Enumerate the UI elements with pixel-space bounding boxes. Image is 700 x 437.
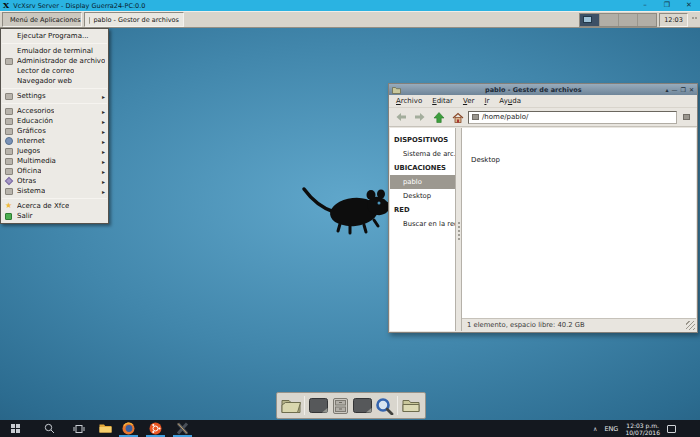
close-icon[interactable]: ✕ — [689, 84, 694, 95]
menu-item-graficos[interactable]: Gráficos▸ — [1, 126, 108, 136]
applications-menu: Ejecutar Programa... Emulador de termina… — [0, 28, 109, 224]
menu-item-ejecutar-programa[interactable]: Ejecutar Programa... — [1, 31, 108, 41]
menu-item-juegos[interactable]: Juegos▸ — [1, 146, 108, 156]
search-icon — [375, 397, 394, 415]
submenu-arrow-icon: ▸ — [102, 93, 105, 100]
folder-icon — [402, 398, 420, 413]
panel-handle[interactable] — [690, 13, 698, 27]
menu-ir[interactable]: Ir — [479, 97, 494, 105]
menu-separator — [2, 103, 107, 104]
folder-icon — [281, 397, 301, 414]
workspace-4[interactable] — [637, 14, 656, 26]
launcher-dock — [276, 392, 426, 419]
dock-app-finder-launcher[interactable] — [374, 394, 394, 417]
home-button[interactable] — [449, 110, 466, 125]
toolbar-extra-button[interactable] — [679, 110, 694, 125]
applications-menu-button[interactable]: Menú de Aplicaciones — [2, 12, 82, 27]
menu-editar[interactable]: Editar — [427, 97, 458, 105]
close-icon[interactable]: ✕ — [678, 0, 700, 11]
explorer-folder-icon — [99, 423, 112, 434]
menu-item-settings[interactable]: Settings▸ — [1, 91, 108, 101]
workspace-3[interactable] — [618, 14, 637, 26]
shade-icon[interactable]: ▴ — [666, 84, 669, 95]
x-server-icon — [176, 422, 189, 435]
file-explorer-button[interactable] — [94, 420, 116, 437]
taskbar-search-button[interactable] — [36, 420, 62, 437]
office-icon — [4, 167, 13, 175]
firefox-icon — [122, 422, 135, 435]
menu-item-salir[interactable]: Salir — [1, 211, 108, 221]
firefox-button[interactable] — [116, 420, 141, 437]
sidebar-item-buscar-en-la-red[interactable]: Buscar en la red — [390, 217, 455, 231]
menu-item-educacion[interactable]: Educación▸ — [1, 116, 108, 126]
minimize-icon[interactable]: – — [634, 0, 656, 11]
menu-separator — [2, 43, 107, 44]
menu-item-otras[interactable]: Otras▸ — [1, 176, 108, 186]
language-indicator[interactable]: ENG — [604, 425, 618, 433]
menu-item-acerca-de-xfce[interactable]: ★Acerca de Xfce — [1, 201, 108, 211]
ubuntu-button[interactable] — [143, 420, 168, 437]
task-view-button[interactable] — [66, 420, 92, 437]
taskbar-clock[interactable]: 12:03 p.m. 10/07/2016 — [625, 422, 660, 436]
screen-icon — [353, 398, 372, 413]
submenu-arrow-icon: ▸ — [102, 148, 105, 155]
menu-item-multimedia[interactable]: Multimedia▸ — [1, 156, 108, 166]
file-item-desktop[interactable]: Desktop — [471, 156, 500, 164]
tray-time: 12:03 p.m. — [626, 422, 659, 429]
dock-folder-launcher[interactable] — [281, 394, 301, 417]
menu-separator — [2, 88, 107, 89]
file-manager-toolbar: /home/pablo/ — [389, 108, 697, 127]
vcxsrv-button[interactable] — [170, 420, 195, 437]
menu-item-administrador-archivos[interactable]: Administrador de archivos — [1, 56, 108, 66]
menu-item-lector-correo[interactable]: Lector de correo — [1, 66, 108, 76]
submenu-arrow-icon: ▸ — [102, 138, 105, 145]
accessories-icon — [4, 107, 13, 115]
menu-item-oficina[interactable]: Oficina▸ — [1, 166, 108, 176]
maximize-icon[interactable]: ❐ — [681, 84, 686, 95]
games-icon — [4, 147, 13, 155]
workspace-2[interactable] — [599, 14, 618, 26]
resize-grip[interactable] — [686, 321, 695, 330]
dock-screen-launcher-2[interactable] — [352, 394, 372, 417]
forward-arrow-icon — [414, 112, 426, 122]
dock-drawer-launcher[interactable] — [330, 394, 350, 417]
menu-item-accesorios[interactable]: Accesorios▸ — [1, 106, 108, 116]
back-button[interactable] — [392, 110, 409, 125]
start-button[interactable] — [2, 420, 28, 437]
minimize-icon[interactable]: — — [672, 84, 678, 95]
path-entry[interactable]: /home/pablo/ — [468, 111, 677, 124]
sidebar-item-desktop[interactable]: Desktop — [390, 189, 455, 203]
menu-item-internet[interactable]: Internet▸ — [1, 136, 108, 146]
blank-icon — [4, 77, 13, 85]
dock-folder-launcher-2[interactable] — [401, 394, 421, 417]
menu-ayuda[interactable]: Ayuda — [494, 97, 526, 105]
workspace-1[interactable] — [580, 14, 599, 26]
forward-button[interactable] — [411, 110, 428, 125]
show-hidden-icons-chevron[interactable]: ∧ — [593, 425, 597, 432]
folder-icon — [392, 86, 401, 94]
taskbar-window-button[interactable]: pablo - Gestor de archivos — [84, 12, 184, 27]
submenu-arrow-icon: ▸ — [102, 118, 105, 125]
menu-item-navegador-web[interactable]: Navegador web — [1, 76, 108, 86]
maximize-icon[interactable]: ❐ — [656, 0, 678, 11]
up-button[interactable] — [430, 110, 447, 125]
graphics-icon — [4, 127, 13, 135]
sidebar-item-sistema-de-archivos[interactable]: Sistema de arc... — [390, 147, 455, 161]
menu-item-sistema[interactable]: Sistema▸ — [1, 186, 108, 196]
file-list-area[interactable]: Desktop — [462, 128, 696, 318]
action-center-icon[interactable] — [667, 425, 676, 433]
task-view-icon — [73, 424, 85, 434]
menu-ver[interactable]: Ver — [458, 97, 479, 105]
file-manager-menubar: Archivo Editar Ver Ir Ayuda — [389, 95, 697, 108]
sidebar-item-pablo[interactable]: pablo — [390, 175, 455, 189]
dock-screen-launcher[interactable] — [308, 394, 328, 417]
menu-item-emulador-terminal[interactable]: Emulador de terminal — [1, 46, 108, 56]
file-manager-titlebar[interactable]: pablo - Gestor de archivos ▴ — ❐ ✕ — [389, 84, 697, 95]
screen: X VcXsrv Server - Display Guerra24-PC:0.… — [0, 0, 700, 437]
statusbar: 1 elemento, espacio libre: 40.2 GB — [462, 318, 696, 331]
x11-logo-icon: X — [3, 0, 9, 11]
about-star-icon: ★ — [4, 202, 13, 210]
back-arrow-icon — [395, 112, 407, 122]
menu-archivo[interactable]: Archivo — [391, 97, 427, 105]
dock-separator — [304, 396, 305, 415]
